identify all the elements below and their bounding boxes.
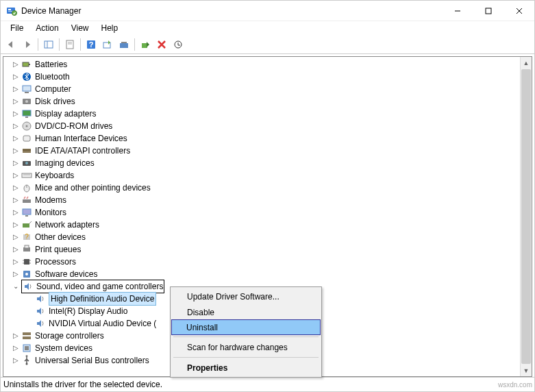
scroll-up-arrow[interactable]: ▲ — [521, 57, 532, 69]
close-button[interactable] — [503, 1, 534, 21]
context-scan[interactable]: Scan for hardware changes — [172, 339, 320, 355]
battery-icon — [21, 59, 32, 70]
tree-item[interactable]: ▷Software devices — [9, 268, 520, 280]
context-disable[interactable]: Disable — [172, 304, 320, 320]
expand-icon[interactable]: ▷ — [12, 60, 20, 69]
tree-item[interactable]: ▷Imaging devices — [9, 157, 520, 169]
expand-icon[interactable]: ▷ — [12, 332, 20, 340]
update-driver-button[interactable] — [100, 37, 115, 52]
enable-button[interactable] — [138, 37, 153, 52]
tree-item-label: Imaging devices — [35, 157, 95, 169]
expand-icon[interactable]: ▷ — [12, 122, 20, 130]
tree-item[interactable]: ▷Modems — [9, 194, 520, 206]
expand-icon[interactable]: ▷ — [12, 344, 20, 352]
back-button[interactable] — [3, 37, 18, 52]
sound-icon — [35, 318, 46, 329]
svg-rect-48 — [24, 259, 29, 265]
expand-icon[interactable]: ▷ — [12, 221, 20, 229]
expand-icon[interactable]: ▷ — [12, 73, 20, 81]
minimize-button[interactable] — [442, 1, 473, 21]
expand-icon[interactable]: ▷ — [12, 147, 20, 155]
svg-rect-43 — [23, 223, 29, 228]
tree-item[interactable]: ▷Disk drives — [9, 95, 520, 108]
svg-text:?: ? — [25, 233, 29, 241]
expand-icon[interactable]: ⌄ — [12, 282, 20, 291]
tree-item[interactable]: ▷Network adapters — [9, 219, 520, 231]
svg-rect-55 — [23, 332, 31, 335]
maximize-button[interactable] — [473, 1, 503, 21]
uninstall-button[interactable] — [154, 37, 169, 52]
scrollbar-thumb[interactable] — [521, 69, 531, 364]
expand-icon[interactable] — [25, 307, 34, 315]
window-controls — [442, 1, 534, 21]
tree-item[interactable]: ▷IDE ATA/ATAPI controllers — [9, 145, 520, 157]
tree-item[interactable]: ▷Batteries — [9, 58, 520, 71]
processor-icon — [21, 256, 32, 267]
svg-rect-41 — [23, 209, 31, 215]
menu-file[interactable]: File — [5, 22, 29, 34]
svg-rect-8 — [45, 41, 53, 48]
context-uninstall[interactable]: Uninstall — [171, 319, 321, 335]
expand-icon[interactable]: ▷ — [12, 110, 20, 118]
context-update-driver[interactable]: Update Driver Software... — [172, 289, 320, 304]
expand-icon[interactable]: ▷ — [12, 97, 20, 106]
tree-item[interactable]: ▷Computer — [9, 83, 520, 95]
vertical-scrollbar[interactable]: ▲ ▼ — [520, 57, 532, 376]
tree-item-label: Software devices — [35, 268, 97, 280]
expand-icon[interactable]: ▷ — [12, 159, 20, 167]
tree-item-label: Bluetooth — [35, 71, 70, 83]
tree-item[interactable]: ▷?Other devices — [9, 231, 520, 243]
tree-item[interactable]: ▷Monitors — [9, 206, 520, 219]
expand-icon[interactable]: ▷ — [12, 208, 20, 217]
keyboard-icon — [21, 170, 32, 181]
tree-item-label: Network adapters — [35, 219, 99, 231]
expand-icon[interactable]: ▷ — [12, 270, 20, 278]
expand-icon[interactable] — [25, 295, 34, 303]
expand-icon[interactable]: ▷ — [12, 85, 20, 93]
scroll-down-arrow[interactable]: ▼ — [521, 365, 532, 376]
show-hide-console-button[interactable] — [41, 37, 56, 52]
storage-icon — [21, 330, 32, 341]
expand-icon[interactable]: ▷ — [12, 196, 20, 204]
context-menu: Update Driver Software... Disable Uninst… — [170, 286, 322, 378]
toolbar-separator — [38, 38, 38, 51]
svg-rect-24 — [25, 92, 29, 93]
svg-rect-18 — [142, 43, 147, 48]
scan-hardware-button[interactable] — [171, 37, 186, 52]
expand-icon[interactable] — [25, 319, 34, 328]
expand-icon[interactable]: ▷ — [12, 356, 20, 365]
scan-button[interactable] — [116, 37, 132, 52]
expand-icon[interactable]: ▷ — [12, 134, 20, 143]
svg-rect-23 — [23, 86, 31, 91]
expand-icon[interactable]: ▷ — [12, 258, 20, 266]
menu-view[interactable]: View — [66, 22, 95, 34]
menu-action[interactable]: Action — [30, 22, 64, 34]
tree-item[interactable]: ▷Bluetooth — [9, 71, 520, 83]
sound-icon — [23, 281, 34, 292]
expand-icon[interactable]: ▷ — [12, 245, 20, 254]
svg-rect-40 — [23, 199, 31, 203]
tree-item-label: System devices — [35, 342, 92, 354]
usb-icon — [21, 355, 32, 366]
tree-item[interactable]: ▷Keyboards — [9, 169, 520, 182]
toolbar: ? — [1, 35, 534, 54]
modem-icon — [21, 195, 32, 206]
menu-help[interactable]: Help — [96, 22, 124, 34]
svg-point-30 — [26, 125, 28, 127]
help-button[interactable]: ? — [84, 37, 99, 52]
expand-icon[interactable]: ▷ — [12, 184, 20, 192]
tree-item[interactable]: ▷Display adapters — [9, 108, 520, 120]
tree-item[interactable]: ▷Processors — [9, 256, 520, 268]
status-bar: Uninstalls the driver for the selected d… — [1, 377, 534, 391]
forward-button[interactable] — [20, 37, 35, 52]
tree-item[interactable]: ▷Print queues — [9, 243, 520, 256]
expand-icon[interactable]: ▷ — [12, 171, 20, 180]
expand-icon[interactable]: ▷ — [12, 233, 20, 241]
properties-button[interactable] — [62, 37, 77, 52]
tree-item-label: Human Interface Devices — [35, 132, 127, 145]
tree-item[interactable]: ▷Mice and other pointing devices — [9, 182, 520, 194]
tree-item[interactable]: ▷Human Interface Devices — [9, 132, 520, 145]
svg-rect-42 — [25, 215, 28, 217]
tree-item[interactable]: ▷DVD/CD-ROM drives — [9, 120, 520, 132]
context-properties[interactable]: Properties — [172, 360, 320, 376]
